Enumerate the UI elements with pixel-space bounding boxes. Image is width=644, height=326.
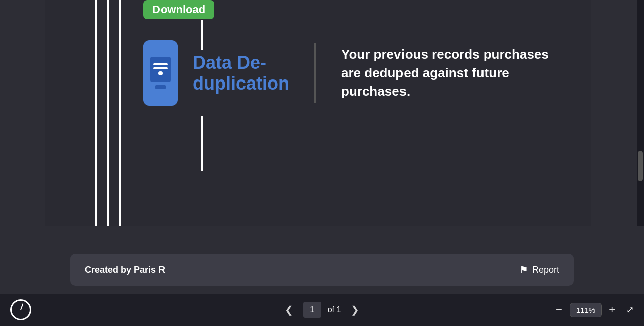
dedup-title-line1: Data De- — [193, 52, 266, 73]
info-bar: Created by Paris R ⚑ Report — [70, 254, 574, 286]
timer-icon — [10, 299, 31, 320]
zoom-controls: − 111% + ⤢ — [553, 301, 634, 318]
slide-container: Download Data De- duplication Your previ… — [45, 0, 591, 226]
zoom-in-button[interactable]: + — [606, 301, 618, 318]
dedup-title: Data De- duplication — [193, 52, 289, 94]
pagination-controls: ❮ of 1 ❯ — [281, 302, 364, 318]
scrollbar-thumb[interactable] — [638, 151, 643, 181]
deco-line-3 — [119, 0, 121, 226]
page-of-label: of 1 — [328, 305, 341, 314]
deco-line-1 — [95, 0, 97, 226]
report-label: Report — [532, 265, 559, 275]
created-by-label: Created by Paris R — [85, 265, 165, 275]
zoom-level-display: 111% — [570, 303, 602, 317]
timer-hand — [20, 303, 23, 310]
download-section: Download — [143, 0, 214, 19]
connector-bottom — [201, 116, 203, 171]
flag-icon: ⚑ — [519, 264, 528, 276]
pagination-bar: ❮ of 1 ❯ − 111% + ⤢ — [0, 294, 644, 326]
dedup-icon — [143, 40, 178, 106]
prev-page-button[interactable]: ❮ — [281, 302, 297, 318]
icon-base — [155, 85, 166, 89]
scrollbar[interactable] — [637, 0, 644, 226]
deco-line-2 — [107, 0, 109, 226]
icon-dot — [158, 71, 163, 75]
download-badge: Download — [143, 0, 214, 19]
icon-line-2 — [153, 67, 168, 69]
next-page-button[interactable]: ❯ — [347, 302, 363, 318]
fullscreen-button[interactable]: ⤢ — [626, 304, 634, 315]
dedup-section: Data De- duplication Your previous recor… — [143, 40, 568, 106]
dedup-description: Your previous records purchases are dedu… — [341, 45, 568, 100]
dedup-title-line2: duplication — [193, 73, 289, 94]
report-button[interactable]: ⚑ Report — [519, 264, 559, 276]
icon-line-1 — [153, 63, 168, 65]
section-divider — [314, 43, 316, 103]
page-number-input[interactable] — [303, 302, 321, 318]
decorative-lines — [91, 0, 146, 226]
zoom-out-button[interactable]: − — [553, 301, 566, 318]
dedup-icon-screen — [150, 57, 171, 82]
